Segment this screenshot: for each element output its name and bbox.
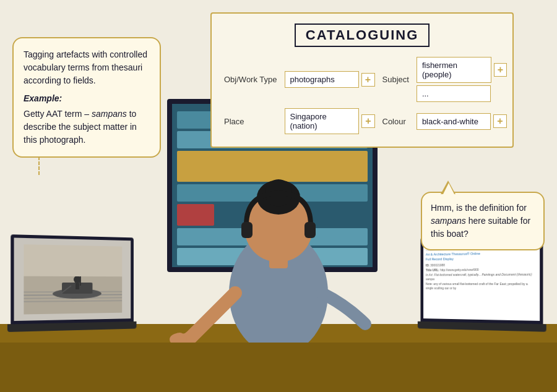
colour-input[interactable]: black-and-white	[417, 113, 491, 130]
place-group: Singapore (nation) +	[285, 108, 375, 134]
obj-work-type-add-btn[interactable]: +	[361, 73, 375, 87]
obj-work-type-group: photographs +	[285, 71, 375, 88]
left-laptop-screen-inner	[14, 238, 131, 322]
desk-front	[0, 343, 557, 392]
subject-add-btn[interactable]: +	[494, 63, 507, 77]
left-bubble-example-text: Getty AAT term – sampans to describe the…	[24, 108, 150, 147]
place-input[interactable]: Singapore (nation)	[285, 108, 360, 134]
svg-rect-17	[241, 222, 253, 238]
left-bubble-example-label: Example:	[24, 92, 150, 105]
subject-row-2: ...	[417, 85, 507, 102]
panel-title: CATALOGUING	[295, 23, 430, 47]
subject-row-1: fishermen (people) +	[417, 57, 507, 83]
subject-input-1[interactable]: fishermen (people)	[417, 57, 491, 83]
obj-work-type-label: Obj/Work Type	[224, 75, 277, 84]
left-speech-bubble: Tagging artefacts with controlled vocabu…	[12, 37, 161, 158]
place-add-btn[interactable]: +	[361, 114, 374, 128]
place-label: Place	[224, 117, 277, 126]
right-bubble-text: Hmm, is the definition for sampans here …	[431, 203, 530, 239]
colour-add-btn[interactable]: +	[493, 114, 507, 128]
main-scene: CATALOGUING Obj/Work Type photographs + …	[0, 0, 557, 392]
subject-group: fishermen (people) + ...	[417, 57, 507, 102]
obj-work-type-input[interactable]: photographs	[285, 71, 359, 88]
left-bubble-main-text: Tagging artefacts with controlled vocabu…	[24, 49, 147, 85]
subject-input-2[interactable]: ...	[417, 85, 491, 102]
svg-rect-18	[304, 222, 316, 238]
left-laptop	[11, 234, 136, 332]
svg-rect-11	[24, 244, 122, 276]
boat-photo-illustration	[24, 244, 122, 314]
colour-group: black-and-white +	[417, 113, 507, 130]
colour-label: Colour	[382, 117, 409, 126]
svg-point-8	[74, 276, 81, 283]
right-speech-bubble: Hmm, is the definition for sampans here …	[421, 192, 545, 250]
fields-grid: Obj/Work Type photographs + Subject fish…	[224, 57, 500, 134]
svg-rect-9	[76, 283, 79, 289]
left-laptop-screen	[11, 234, 134, 324]
subject-label: Subject	[382, 75, 409, 84]
person-illustration	[149, 120, 408, 343]
cataloguing-panel: CATALOGUING Obj/Work Type photographs + …	[210, 12, 514, 148]
